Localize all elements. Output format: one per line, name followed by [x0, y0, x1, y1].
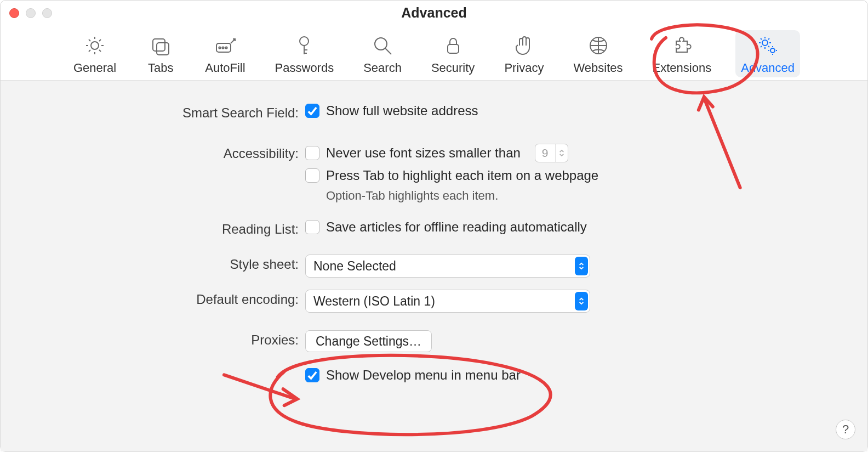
- checkbox-unchecked-icon: [305, 220, 319, 234]
- style-sheet-select[interactable]: None Selected: [305, 255, 590, 278]
- default-encoding-label: Default encoding:: [1, 290, 305, 307]
- select-arrows-icon: [575, 257, 588, 275]
- accessibility-hint: Option-Tab highlights each item.: [326, 189, 498, 203]
- save-offline-checkbox[interactable]: Save articles for offline reading automa…: [305, 219, 587, 235]
- checkbox-unchecked-icon: [305, 168, 319, 183]
- tab-extensions[interactable]: Extensions: [647, 30, 717, 77]
- svg-rect-1: [153, 39, 165, 51]
- tab-autofill[interactable]: AutoFill: [199, 30, 250, 77]
- tab-label: Extensions: [653, 61, 712, 75]
- tab-label: Privacy: [504, 61, 544, 75]
- smart-search-label: Smart Search Field:: [1, 103, 305, 121]
- stepper-arrows-icon: [556, 149, 568, 157]
- show-full-address-checkbox[interactable]: Show full website address: [305, 103, 478, 118]
- tab-advanced[interactable]: Advanced: [735, 30, 800, 77]
- checkbox-label: Save articles for offline reading automa…: [326, 219, 587, 235]
- tab-label: General: [73, 61, 116, 75]
- lock-icon: [441, 33, 465, 58]
- accessibility-label: Accessibility:: [1, 144, 305, 161]
- checkbox-checked-icon: [305, 368, 319, 382]
- svg-point-7: [300, 37, 309, 46]
- tab-label: Websites: [574, 61, 623, 75]
- tab-security[interactable]: Security: [426, 30, 480, 77]
- select-value: None Selected: [313, 259, 396, 274]
- tab-label: Passwords: [275, 61, 334, 75]
- help-label: ?: [842, 422, 849, 437]
- svg-point-11: [762, 40, 768, 46]
- checkbox-label: Never use font sizes smaller than: [326, 145, 521, 161]
- gear-icon: [83, 33, 107, 58]
- tab-tabs[interactable]: Tabs: [140, 30, 181, 77]
- preferences-window: Advanced General Tabs AutoFill: [0, 0, 868, 452]
- min-font-size-checkbox[interactable]: Never use font sizes smaller than 9: [305, 144, 598, 162]
- tabs-icon: [149, 33, 173, 58]
- tab-highlight-checkbox[interactable]: Press Tab to highlight each item on a we…: [305, 168, 598, 183]
- min-font-size-stepper[interactable]: 9: [535, 144, 568, 162]
- svg-point-0: [91, 42, 99, 49]
- window-title: Advanced: [1, 5, 867, 21]
- default-encoding-select[interactable]: Western (ISO Latin 1): [305, 290, 590, 313]
- preferences-toolbar: General Tabs AutoFill Passwords: [1, 27, 867, 81]
- tab-label: Advanced: [741, 61, 795, 75]
- key-icon: [292, 33, 316, 58]
- checkbox-label: Show Develop menu in menu bar: [326, 368, 521, 383]
- checkbox-label: Press Tab to highlight each item on a we…: [326, 168, 598, 183]
- tab-websites[interactable]: Websites: [568, 30, 629, 77]
- select-value: Western (ISO Latin 1): [313, 294, 435, 309]
- hand-icon: [512, 33, 536, 58]
- reading-list-label: Reading List:: [1, 219, 305, 237]
- gears-icon: [756, 33, 780, 58]
- svg-rect-2: [157, 43, 169, 55]
- svg-point-5: [222, 47, 224, 48]
- autofill-icon: [213, 33, 237, 58]
- proxies-label: Proxies:: [1, 330, 305, 348]
- checkbox-unchecked-icon: [305, 146, 319, 160]
- search-icon: [370, 33, 395, 58]
- change-proxy-settings-button[interactable]: Change Settings…: [305, 330, 432, 352]
- tab-general[interactable]: General: [68, 30, 122, 77]
- stepper-value: 9: [535, 144, 556, 162]
- select-arrows-icon: [575, 292, 588, 310]
- blank-label: [1, 368, 305, 370]
- help-button[interactable]: ?: [836, 420, 855, 439]
- advanced-settings-panel: Smart Search Field: Show full website ad…: [1, 81, 867, 451]
- show-develop-menu-checkbox[interactable]: Show Develop menu in menu bar: [305, 368, 521, 383]
- tab-label: Tabs: [148, 61, 173, 75]
- svg-point-8: [375, 38, 387, 50]
- checkbox-label: Show full website address: [326, 103, 478, 118]
- button-label: Change Settings…: [316, 334, 421, 349]
- tab-label: Security: [431, 61, 475, 75]
- puzzle-icon: [670, 33, 694, 58]
- tab-label: Search: [363, 61, 402, 75]
- svg-point-12: [770, 48, 775, 53]
- svg-point-6: [225, 47, 227, 48]
- tab-passwords[interactable]: Passwords: [270, 30, 340, 77]
- svg-rect-9: [448, 44, 459, 53]
- style-sheet-label: Style sheet:: [1, 255, 305, 272]
- tab-search[interactable]: Search: [358, 30, 407, 77]
- checkbox-checked-icon: [305, 104, 319, 118]
- svg-point-4: [219, 47, 220, 48]
- globe-icon: [586, 33, 610, 58]
- tab-label: AutoFill: [205, 61, 245, 75]
- tab-privacy[interactable]: Privacy: [499, 30, 549, 77]
